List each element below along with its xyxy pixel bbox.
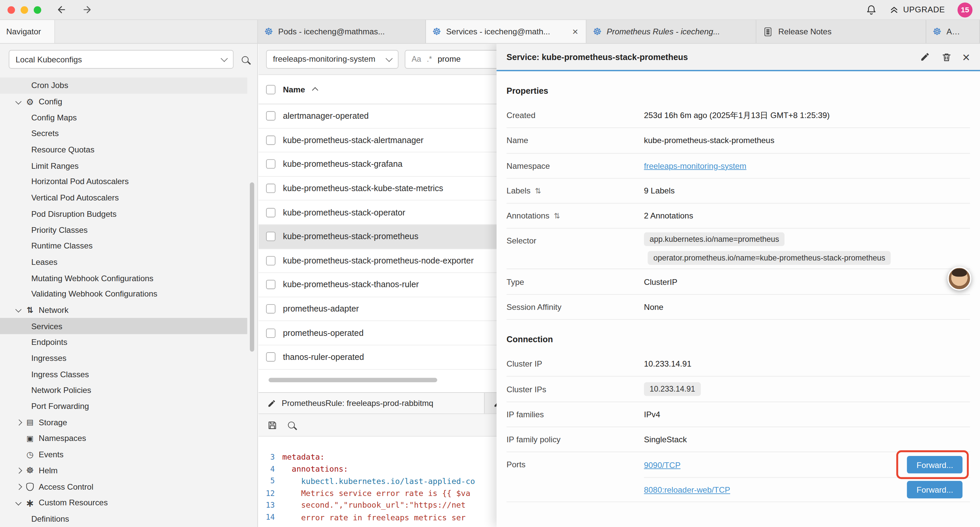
- sidebar-toolbar: Local Kubeconfigs: [0, 44, 257, 75]
- service-name: thanos-ruler-operated: [283, 353, 364, 362]
- minimize-window-button[interactable]: [21, 6, 28, 13]
- sidebar-item[interactable]: Namespaces: [0, 430, 248, 446]
- back-button[interactable]: [56, 4, 67, 15]
- row-checkbox[interactable]: [266, 184, 275, 193]
- sidebar-item[interactable]: Horizontal Pod Autoscalers: [0, 174, 248, 190]
- sidebar-item[interactable]: Resource Quotas: [0, 142, 248, 158]
- cluster-tab[interactable]: Argo Se: [926, 20, 980, 43]
- sidebar-item[interactable]: Helm: [0, 463, 248, 479]
- kubeconfig-select[interactable]: Local Kubeconfigs: [9, 50, 234, 69]
- notifications-bell-icon[interactable]: [865, 4, 877, 15]
- sidebar-item[interactable]: Vertical Pod Autoscalers: [0, 190, 248, 206]
- sidebar-item-label: Leases: [31, 257, 57, 266]
- sidebar-item-label: Endpoints: [31, 338, 67, 347]
- forward-button[interactable]: [82, 4, 92, 15]
- regex-toggle[interactable]: .*: [426, 55, 432, 64]
- row-checkbox[interactable]: [266, 232, 275, 241]
- save-icon[interactable]: [267, 420, 277, 430]
- sidebar-item[interactable]: Network: [0, 302, 248, 318]
- cluster-tab[interactable]: Release Notes: [757, 20, 926, 43]
- namespace-select[interactable]: freeleaps-monitoring-system: [266, 50, 399, 68]
- row-checkbox[interactable]: [266, 111, 275, 121]
- editor-search-icon[interactable]: [288, 422, 295, 428]
- navigator-tab[interactable]: Navigator: [0, 20, 55, 43]
- port-forward-button[interactable]: Forward...: [907, 456, 963, 473]
- sidebar-item[interactable]: Access Control: [0, 479, 248, 495]
- edit-pencil-icon[interactable]: [919, 50, 931, 64]
- tree-chevron-icon[interactable]: [14, 482, 24, 492]
- tree-chevron-icon[interactable]: [14, 450, 24, 460]
- delete-trash-icon[interactable]: [940, 50, 953, 64]
- tree-chevron-icon[interactable]: [14, 498, 24, 508]
- row-checkbox[interactable]: [266, 135, 275, 145]
- sidebar-item[interactable]: Runtime Classes: [0, 238, 248, 254]
- maximize-window-button[interactable]: [34, 6, 41, 13]
- tree-chevron-icon[interactable]: [14, 466, 24, 476]
- sidebar-item[interactable]: Ingress Classes: [0, 366, 248, 382]
- sidebar-item[interactable]: Mutating Webhook Configurations: [0, 270, 248, 286]
- namespace-link[interactable]: freeleaps-monitoring-system: [644, 161, 746, 170]
- sidebar-item[interactable]: Config Maps: [0, 110, 248, 126]
- close-drawer-icon[interactable]: ×: [963, 50, 970, 64]
- upgrade-button[interactable]: UPGRADE: [889, 5, 945, 14]
- session-affinity-label: Session Affinity: [507, 302, 644, 312]
- sidebar-item[interactable]: Pod Disruption Budgets: [0, 206, 248, 222]
- selector-label: Selector: [507, 229, 644, 253]
- row-checkbox[interactable]: [266, 304, 275, 314]
- sidebar-item[interactable]: Validating Webhook Configurations: [0, 286, 248, 302]
- sidebar-item[interactable]: Config: [0, 93, 248, 110]
- sidebar-item[interactable]: Leases: [0, 254, 248, 270]
- line-number: 3: [259, 453, 282, 461]
- select-all-checkbox[interactable]: [266, 85, 275, 94]
- tree-chevron-icon[interactable]: [14, 96, 24, 107]
- sidebar-item[interactable]: Endpoints: [0, 334, 248, 350]
- sidebar-item[interactable]: Cron Jobs: [0, 77, 248, 93]
- sidebar-item-label: Network Policies: [31, 385, 91, 395]
- notification-count-badge[interactable]: 15: [958, 2, 973, 18]
- tree-chevron-icon[interactable]: [14, 433, 24, 443]
- sidebar-item[interactable]: Secrets: [0, 126, 248, 142]
- user-avatar[interactable]: [948, 267, 971, 291]
- sidebar-item[interactable]: Priority Classes: [0, 222, 248, 238]
- match-case-toggle[interactable]: Aa: [412, 55, 421, 64]
- cluster-tab[interactable]: Pods - icecheng@mathmas...: [258, 20, 426, 43]
- code-text: metadata:: [282, 452, 325, 462]
- tree-chevron-icon[interactable]: [14, 305, 24, 315]
- row-checkbox[interactable]: [266, 353, 275, 362]
- sidebar-item[interactable]: Storage: [0, 414, 248, 430]
- sort-ascending-icon[interactable]: [313, 86, 319, 92]
- sidebar-item[interactable]: Ingresses: [0, 350, 248, 366]
- sidebar-item[interactable]: Network Policies: [0, 382, 248, 398]
- port-forward-button[interactable]: Forward...: [907, 481, 963, 498]
- sidebar-item[interactable]: Custom Resources: [0, 495, 248, 511]
- expand-toggle-icon[interactable]: ⇅: [554, 212, 560, 220]
- close-tab-icon[interactable]: ×: [571, 27, 579, 37]
- sidebar-scrollbar[interactable]: [250, 182, 254, 352]
- dock-tab-prometheusrule[interactable]: PrometheusRule: freeleaps-prod-rabbitmq: [259, 393, 485, 414]
- ip-family-policy-label: IP family policy: [507, 435, 644, 444]
- line-number: 14: [259, 513, 282, 522]
- table-horizontal-scrollbar[interactable]: [269, 378, 437, 382]
- row-checkbox[interactable]: [266, 280, 275, 290]
- name-column-header[interactable]: Name: [283, 85, 305, 94]
- close-window-button[interactable]: [7, 6, 15, 13]
- port-link[interactable]: 9090/TCP: [644, 460, 681, 469]
- port-link[interactable]: 8080:reloader-web/TCP: [644, 485, 730, 494]
- sidebar-item-label: Runtime Classes: [31, 241, 93, 250]
- sidebar-item[interactable]: Definitions: [0, 511, 248, 527]
- row-checkbox[interactable]: [266, 328, 275, 338]
- sidebar-item[interactable]: Limit Ranges: [0, 158, 248, 174]
- row-checkbox[interactable]: [266, 159, 275, 169]
- row-checkbox[interactable]: [266, 208, 275, 217]
- sidebar-search-icon[interactable]: [242, 56, 249, 63]
- sidebar-item[interactable]: Events: [0, 446, 248, 462]
- drawer-title: Service: kube-prometheus-stack-prometheu…: [507, 52, 909, 61]
- code-text: second.","runbook_url":"https://net: [282, 500, 466, 509]
- cluster-tab[interactable]: Services - icecheng@math... ×: [426, 20, 586, 43]
- row-checkbox[interactable]: [266, 256, 275, 265]
- sidebar-item[interactable]: Services: [0, 318, 248, 334]
- expand-toggle-icon[interactable]: ⇅: [535, 186, 541, 195]
- tree-chevron-icon[interactable]: [14, 417, 24, 427]
- sidebar-item[interactable]: Port Forwarding: [0, 398, 248, 414]
- cluster-tab[interactable]: Prometheus Rules - icecheng...: [586, 20, 756, 43]
